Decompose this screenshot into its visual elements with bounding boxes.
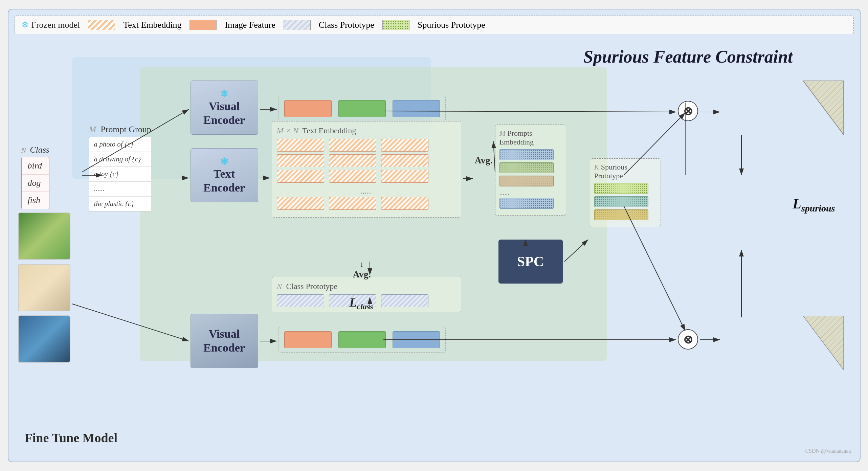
prompts-embedding-container: M PromptsEmbedding ......	[495, 125, 566, 216]
te-box-2-2	[329, 154, 376, 167]
title-text: Spurious Feature Constraint	[583, 47, 793, 66]
te-box-2-3	[381, 154, 428, 167]
legend-class-proto-box	[284, 20, 311, 30]
legend-img-feat-box	[190, 20, 217, 30]
visual-encoder-top: ❄ VisualEncoder	[191, 81, 258, 135]
fine-tune-text: Fine Tune Model	[25, 431, 118, 445]
text-emb-row-4	[277, 197, 456, 210]
pe-box-1	[499, 149, 554, 160]
class-fish: fish	[22, 192, 49, 209]
spc-box: SPC	[498, 240, 563, 284]
feat-blue-bottom	[393, 331, 440, 348]
sp-box-1	[594, 183, 648, 194]
visual-encoder-bottom: VisualEncoder	[191, 314, 258, 368]
cross-multiply-bottom: ⊗	[678, 329, 698, 350]
m-prompt-section: M Prompt Group a photo of {c} a drawing …	[89, 125, 151, 211]
feat-orange-bottom	[284, 331, 332, 348]
legend-img-feat-label: Image Feature	[225, 20, 275, 30]
te-box-1-3	[381, 139, 428, 152]
te-box-3-3	[381, 170, 428, 183]
class-list: bird dog fish	[21, 157, 50, 209]
cross-multiply-top: ⊗	[678, 101, 698, 121]
l-class-label: Lclass	[350, 295, 373, 311]
legend-bar: ❄ Frozen model Text Embedding Image Feat…	[15, 16, 854, 34]
te-box-3-1	[277, 170, 324, 183]
text-emb-row-3	[277, 170, 456, 183]
text-encoder-label: TextEncoder	[203, 167, 245, 195]
fine-tune-label: Fine Tune Model	[25, 430, 118, 445]
pe-box-3	[499, 176, 554, 186]
text-emb-row-1	[277, 139, 456, 152]
te-box-2-1	[277, 154, 324, 167]
feat-blue-top	[393, 100, 440, 117]
feature-row-bottom	[279, 327, 446, 353]
spc-label: SPC	[517, 253, 544, 270]
prompt-4: the plastic {c}	[89, 197, 151, 211]
prompt-3: a toy {c}	[89, 167, 151, 182]
legend-spurious-proto-label: Spurious Prototype	[418, 20, 485, 30]
te-box-4-2	[329, 197, 376, 210]
image-fish	[18, 315, 70, 363]
prompt-list: a photo of {c} a drawing of {c} a toy {c…	[89, 137, 151, 211]
m-prompt-label: M Prompt Group	[89, 125, 151, 135]
te-box-1-1	[277, 139, 324, 152]
sp-box-2	[594, 196, 648, 207]
text-embedding-container: M × N Text Embedding ......	[272, 121, 461, 218]
text-emb-row-2	[277, 154, 456, 167]
avg-label-1: Avg.	[475, 155, 493, 166]
feat-green-top	[338, 100, 386, 117]
sp-box-3	[594, 209, 648, 220]
avg-label-2: ↓ Avg.	[353, 260, 371, 280]
cp-box-3	[381, 294, 428, 307]
te-box-1-2	[329, 139, 376, 152]
te-dots: ......	[277, 185, 456, 197]
legend-frozen: ❄ Frozen model	[21, 19, 80, 30]
n-class-section: N Class bird dog fish	[21, 145, 50, 209]
class-bird: bird	[22, 157, 49, 175]
visual-encoder-top-label: VisualEncoder	[203, 99, 245, 127]
watermark: CSDN @Vaaaaaaaaa	[805, 448, 851, 454]
te-box-4-1	[277, 197, 324, 210]
te-box-4-3	[381, 197, 428, 210]
prompt-2: a drawing of {c}	[89, 152, 151, 167]
feature-row-top	[279, 96, 446, 121]
visual-encoder-bottom-label: VisualEncoder	[203, 327, 245, 355]
cp-box-1	[277, 294, 324, 307]
prompts-emb-header: M PromptsEmbedding	[499, 129, 562, 147]
prompt-1: a photo of {c}	[89, 137, 151, 152]
feat-green-bottom	[338, 331, 386, 348]
legend-class-proto-label: Class Prototype	[319, 20, 374, 30]
title: Spurious Feature Constraint	[583, 47, 793, 67]
main-container: ❄ Frozen model Text Embedding Image Feat…	[8, 9, 861, 462]
spurious-prototype-container: K SpuriousPrototype	[590, 158, 661, 227]
snowflake-icon: ❄	[21, 19, 29, 30]
class-proto-header: N Class Prototype	[277, 282, 456, 291]
n-class-label: N Class	[21, 145, 50, 155]
text-emb-header: M × N Text Embedding	[277, 126, 456, 135]
pe-box-4	[499, 198, 554, 209]
images-column	[18, 212, 70, 363]
frozen-icon-text: ❄	[220, 156, 228, 167]
prompt-dots: ......	[89, 182, 151, 197]
output-wedge-top	[803, 81, 844, 135]
pe-box-2	[499, 162, 554, 173]
output-wedge-bottom	[803, 316, 844, 370]
te-box-3-2	[329, 170, 376, 183]
class-dog: dog	[22, 175, 49, 192]
legend-spurious-proto-box	[382, 20, 409, 30]
text-encoder: ❄ TextEncoder	[191, 148, 258, 202]
l-spurious-label: Lspurious	[793, 196, 835, 214]
image-dog	[18, 264, 70, 311]
spurious-proto-header: K SpuriousPrototype	[594, 163, 656, 180]
frozen-icon-top: ❄	[220, 88, 228, 99]
diagram: Spurious Feature Constraint CLIP N Class…	[15, 40, 854, 455]
feat-orange-top	[284, 100, 332, 117]
frozen-label: Frozen model	[31, 20, 80, 30]
image-bird	[18, 212, 70, 260]
legend-text-emb-box	[88, 20, 115, 30]
legend-text-emb-label: Text Embedding	[123, 20, 181, 30]
